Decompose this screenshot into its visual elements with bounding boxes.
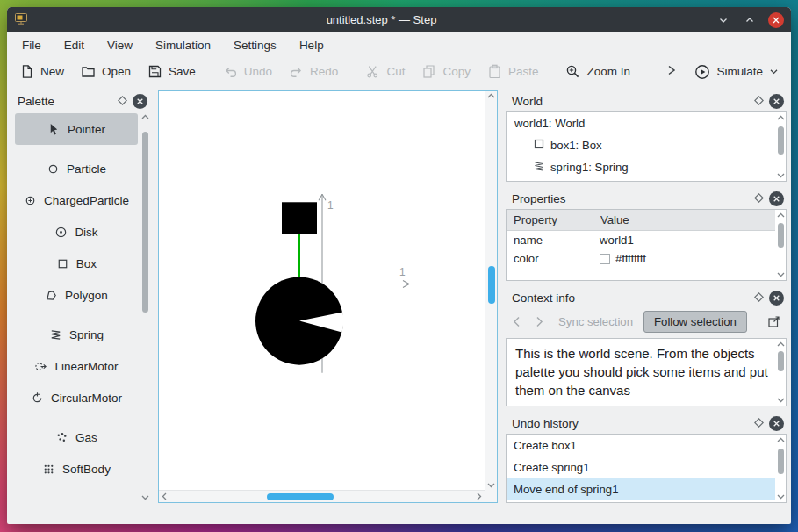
context-scrollbar[interactable]: [775, 339, 786, 406]
world-close-button[interactable]: [769, 94, 784, 109]
scene-canvas[interactable]: 1 1: [159, 91, 485, 490]
copy-button[interactable]: Copy: [421, 64, 471, 79]
paste-button[interactable]: Paste: [487, 64, 539, 79]
new-button[interactable]: New: [19, 64, 64, 79]
close-button[interactable]: [768, 12, 784, 28]
context-info-text: This is the world scene. From the object…: [507, 339, 775, 406]
properties-scroll-thumb[interactable]: [778, 223, 784, 248]
canvas-horizontal-scrollbar[interactable]: [159, 490, 485, 502]
paste-button-label: Paste: [508, 65, 539, 78]
palette-list: Pointer Particle ChargedParticle Disk: [11, 111, 140, 503]
sync-selection-button[interactable]: Sync selection: [553, 315, 638, 328]
properties-table: Property Value name world1 color #ffffff…: [507, 210, 775, 280]
context-back-button[interactable]: [507, 313, 525, 330]
menu-simulation[interactable]: Simulation: [155, 39, 211, 52]
palette-panel-header: Palette: [11, 90, 150, 111]
palette-item-pointer[interactable]: Pointer: [15, 113, 138, 145]
column-header-value[interactable]: Value: [593, 210, 775, 230]
simulate-dropdown-chevron-icon[interactable]: [769, 67, 779, 76]
spring-icon: [534, 161, 544, 174]
tree-item-spring1[interactable]: spring1: Spring: [507, 156, 775, 178]
pointer-icon: [47, 123, 61, 136]
menu-view[interactable]: View: [107, 39, 133, 52]
menu-help[interactable]: Help: [299, 39, 324, 52]
save-button[interactable]: Save: [147, 64, 196, 79]
scroll-down-icon: [777, 398, 785, 403]
redo-button[interactable]: Redo: [289, 64, 338, 79]
new-button-label: New: [40, 65, 64, 78]
undo-item-create-box1[interactable]: Create box1: [507, 435, 775, 457]
world-scrollbar[interactable]: [775, 112, 786, 181]
zoom-in-button-label: Zoom In: [586, 65, 630, 78]
toolbar-overflow-button[interactable]: [665, 63, 678, 80]
axis-label-x: 1: [399, 266, 406, 278]
property-row-color[interactable]: color #ffffffff: [507, 249, 775, 268]
color-swatch: [600, 254, 610, 264]
simulate-button[interactable]: Simulate: [694, 64, 779, 80]
undo-history-scrollbar[interactable]: [775, 435, 786, 502]
box-icon: [56, 257, 69, 270]
world-scroll-thumb[interactable]: [778, 126, 784, 154]
world-float-icon[interactable]: [754, 95, 764, 108]
undo-button[interactable]: Undo: [223, 64, 272, 79]
cut-button-label: Cut: [386, 65, 405, 78]
palette-item-box[interactable]: Box: [15, 248, 138, 279]
minimize-button[interactable]: [715, 12, 731, 28]
palette-item-gas[interactable]: Gas: [15, 421, 138, 453]
context-float-icon[interactable]: [754, 291, 764, 305]
tree-item-world1[interactable]: world1: World: [507, 112, 775, 134]
palette-scroll-thumb[interactable]: [142, 132, 148, 313]
property-row-name[interactable]: name world1: [507, 231, 775, 249]
canvas-vertical-scrollbar[interactable]: [485, 91, 497, 490]
palette-close-button[interactable]: [133, 94, 147, 109]
context-scroll-thumb[interactable]: [778, 351, 784, 371]
scroll-down-icon: [777, 173, 785, 178]
context-forward-button[interactable]: [530, 313, 548, 330]
context-toolbar: Sync selection Follow selection: [506, 308, 787, 338]
properties-float-icon[interactable]: [754, 192, 764, 205]
tree-item-box1[interactable]: box1: Box: [507, 134, 775, 156]
follow-selection-button[interactable]: Follow selection: [643, 311, 747, 333]
menu-edit[interactable]: Edit: [64, 39, 84, 52]
menu-settings[interactable]: Settings: [234, 39, 277, 52]
copy-button-label: Copy: [442, 65, 471, 78]
palette-item-spring[interactable]: Spring: [15, 319, 138, 350]
titlebar[interactable]: untitled.step * — Step: [7, 7, 791, 32]
palette-item-disk[interactable]: Disk: [15, 216, 138, 248]
palette-scrollbar[interactable]: [140, 111, 150, 503]
open-button[interactable]: Open: [81, 64, 131, 79]
canvas-hscroll-thumb[interactable]: [267, 493, 334, 500]
open-in-browser-icon[interactable]: [764, 312, 783, 331]
palette-item-particle[interactable]: Particle: [15, 153, 138, 184]
undo-history-scroll-thumb[interactable]: [778, 449, 784, 474]
palette-item-linearmotor[interactable]: LinearMotor: [15, 350, 138, 382]
disk-object[interactable]: [255, 277, 343, 364]
properties-close-button[interactable]: [769, 191, 784, 206]
properties-panel: Properties Property Value name world1: [506, 188, 787, 281]
undo-history-close-button[interactable]: [769, 416, 784, 431]
save-icon: [147, 64, 162, 79]
maximize-button[interactable]: [742, 12, 758, 28]
undo-history-float-icon[interactable]: [754, 417, 764, 430]
palette-item-softbody[interactable]: SoftBody: [15, 453, 138, 485]
scroll-down-icon: [141, 495, 149, 500]
simulate-button-label: Simulate: [716, 65, 763, 78]
palette-item-chargedparticle[interactable]: ChargedParticle: [15, 184, 138, 216]
properties-scrollbar[interactable]: [775, 210, 786, 280]
spring-icon: [49, 328, 62, 341]
column-header-property[interactable]: Property: [507, 210, 593, 230]
palette-item-weightforce[interactable]: WeightF: [15, 492, 138, 503]
context-close-button[interactable]: [769, 291, 784, 306]
palette-item-polygon[interactable]: Polygon: [15, 279, 138, 311]
linear-motor-icon: [34, 360, 47, 373]
charged-particle-icon: [24, 194, 37, 207]
zoom-in-button[interactable]: Zoom In: [565, 64, 630, 79]
canvas-vscroll-thumb[interactable]: [488, 266, 495, 304]
menu-file[interactable]: File: [22, 39, 41, 52]
undo-item-create-spring1[interactable]: Create spring1: [507, 457, 775, 478]
cut-button[interactable]: Cut: [365, 64, 405, 79]
undo-item-move-end-of-spring1[interactable]: Move end of spring1: [507, 478, 775, 500]
palette-float-icon[interactable]: [118, 95, 127, 108]
box1-object[interactable]: [282, 202, 317, 234]
palette-item-circularmotor[interactable]: CircularMotor: [15, 382, 138, 413]
